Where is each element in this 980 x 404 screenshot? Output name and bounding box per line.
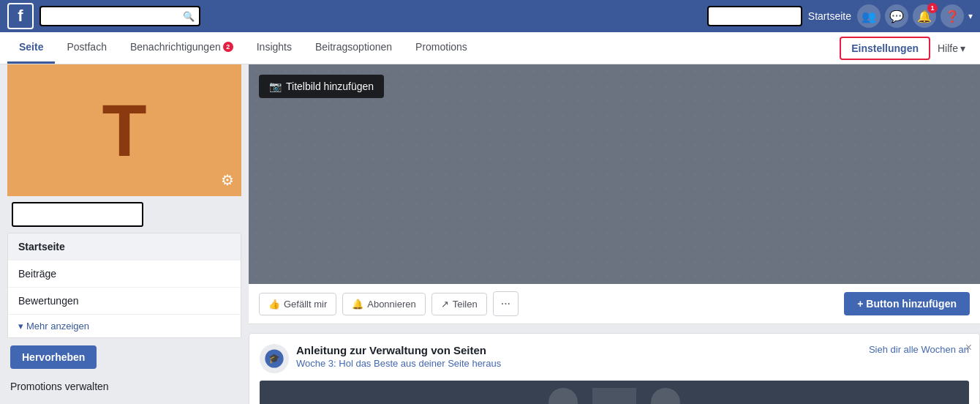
profile-gear-icon[interactable]: ⚙ bbox=[221, 171, 234, 189]
friends-icon-btn[interactable]: 👥 bbox=[857, 4, 881, 28]
hervorheben-button[interactable]: Hervorheben bbox=[10, 345, 97, 369]
main-layout: T ⚙ Startseite Beiträge Bewertungen ▾ Me… bbox=[0, 64, 980, 404]
benachrichtigungen-badge: 2 bbox=[223, 42, 233, 52]
nav-icons: 👥 💬 🔔 1 ❓ ▾ bbox=[857, 4, 973, 28]
svg-text:🎓: 🎓 bbox=[268, 353, 280, 364]
profile-picture-area: T ⚙ bbox=[7, 64, 241, 196]
info-card-icon: 🎓 bbox=[260, 344, 289, 373]
alle-wochen-link[interactable]: Sieh dir alle Wochen an bbox=[869, 344, 969, 355]
thumb-circle-1 bbox=[549, 388, 578, 404]
share-icon: ↗ bbox=[441, 299, 449, 310]
page-name-box[interactable] bbox=[12, 202, 143, 227]
teilen-button[interactable]: ↗ Teilen bbox=[431, 293, 487, 315]
sidebar-item-beitraege[interactable]: Beiträge bbox=[8, 261, 241, 288]
info-card-title: Anleitung zur Verwaltung von Seiten bbox=[296, 344, 501, 356]
close-info-card-button[interactable]: × bbox=[965, 341, 972, 354]
tab-seite[interactable]: Seite bbox=[7, 32, 55, 64]
add-button[interactable]: + Button hinzufügen bbox=[844, 292, 970, 315]
tab-benachrichtigungen[interactable]: Benachrichtigungen 2 bbox=[118, 32, 245, 64]
top-navigation: f 🔍 Startseite 👥 💬 🔔 1 ❓ ▾ bbox=[0, 0, 980, 32]
info-card-thumbnail bbox=[260, 381, 969, 404]
mehr-anzeigen-link[interactable]: ▾ Mehr anzeigen bbox=[8, 315, 241, 337]
sidebar-menu: Startseite Beiträge Bewertungen ▾ Mehr a… bbox=[7, 233, 241, 338]
sub-navigation: Seite Postfach Benachrichtigungen 2 Insi… bbox=[0, 32, 980, 64]
left-sidebar: T ⚙ Startseite Beiträge Bewertungen ▾ Me… bbox=[0, 64, 249, 404]
tab-insights[interactable]: Insights bbox=[245, 32, 304, 64]
bell-small-icon: 🔔 bbox=[352, 299, 363, 310]
info-card-header: 🎓 Anleitung zur Verwaltung von Seiten Wo… bbox=[260, 344, 969, 373]
cover-photo-area: 📷 Titelbild hinzufügen bbox=[249, 64, 980, 284]
thumb-circle-2 bbox=[651, 388, 680, 404]
main-content: 📷 Titelbild hinzufügen 👍 Gefällt mir 🔔 A… bbox=[249, 64, 980, 404]
tab-postfach[interactable]: Postfach bbox=[55, 32, 118, 64]
einstellungen-button[interactable]: Einstellungen bbox=[840, 37, 930, 60]
startseite-link[interactable]: Startseite bbox=[808, 10, 851, 22]
more-actions-button[interactable]: ··· bbox=[493, 291, 519, 316]
account-chevron[interactable]: ▾ bbox=[968, 11, 973, 21]
promotions-verwalten-link[interactable]: Promotions verwalten bbox=[0, 376, 249, 397]
hilfe-chevron: ▾ bbox=[960, 42, 965, 54]
gefaellt-mir-button[interactable]: 👍 Gefällt mir bbox=[259, 293, 336, 315]
camera-video-icon: 📷 bbox=[269, 81, 282, 92]
page-name-input[interactable] bbox=[707, 6, 802, 26]
notifications-badge: 1 bbox=[927, 3, 938, 13]
info-card-subtitle: Woche 3: Hol das Beste aus deiner Seite … bbox=[296, 358, 501, 369]
info-card-text: Anleitung zur Verwaltung von Seiten Woch… bbox=[296, 344, 501, 369]
graduation-icon: 🎓 bbox=[264, 348, 284, 369]
search-input[interactable] bbox=[45, 11, 180, 22]
thumb-rect bbox=[592, 388, 636, 404]
action-bar: 👍 Gefällt mir 🔔 Abonnieren ↗ Teilen ··· … bbox=[249, 284, 980, 324]
friends-icon: 👥 bbox=[862, 10, 876, 23]
sidebar-item-bewertungen[interactable]: Bewertungen bbox=[8, 288, 241, 315]
add-cover-button[interactable]: 📷 Titelbild hinzufügen bbox=[259, 75, 384, 98]
top-nav-right: Startseite 👥 💬 🔔 1 ❓ ▾ bbox=[206, 4, 973, 28]
search-icon: 🔍 bbox=[183, 11, 195, 22]
profile-letter: T bbox=[102, 89, 146, 173]
facebook-logo: f bbox=[7, 3, 34, 29]
messenger-icon: 💬 bbox=[889, 10, 904, 23]
thumbs-up-icon: 👍 bbox=[268, 299, 280, 310]
chevron-down-icon: ▾ bbox=[18, 321, 23, 332]
tab-beitragsoptionen[interactable]: Beitragsoptionen bbox=[304, 32, 404, 64]
info-card: 🎓 Anleitung zur Verwaltung von Seiten Wo… bbox=[249, 333, 980, 404]
help-icon-btn[interactable]: ❓ bbox=[941, 4, 964, 28]
abonnieren-button[interactable]: 🔔 Abonnieren bbox=[342, 293, 426, 315]
notifications-icon-btn[interactable]: 🔔 1 bbox=[913, 4, 936, 28]
messenger-icon-btn[interactable]: 💬 bbox=[885, 4, 908, 28]
sidebar-item-startseite[interactable]: Startseite bbox=[8, 233, 241, 261]
search-box[interactable]: 🔍 bbox=[39, 6, 200, 26]
question-icon: ❓ bbox=[945, 10, 960, 23]
hilfe-menu[interactable]: Hilfe ▾ bbox=[930, 32, 973, 64]
tab-promotions[interactable]: Promotions bbox=[404, 32, 479, 64]
